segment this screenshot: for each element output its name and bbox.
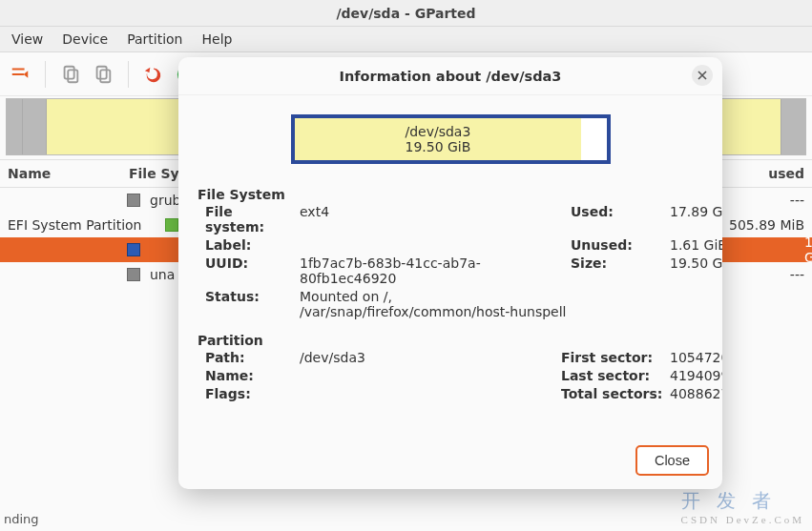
svg-rect-2 bbox=[97, 66, 107, 78]
copy-button[interactable] bbox=[56, 60, 85, 89]
partition-heading: Partition bbox=[198, 333, 703, 348]
fs-value: ext4 bbox=[300, 204, 567, 235]
total-sectors-value: 40886272 bbox=[670, 386, 722, 401]
size-value: 19.50 GiB bbox=[670, 255, 722, 286]
fs-color-icon bbox=[127, 194, 140, 207]
path-value: /dev/sda3 bbox=[300, 350, 557, 365]
window-title: /dev/sda - GParted bbox=[336, 6, 475, 21]
partition-grid: Path: /dev/sda3 First sector: 1054720 Na… bbox=[205, 350, 703, 401]
close-button[interactable]: Close bbox=[635, 445, 709, 476]
new-partition-button[interactable] bbox=[6, 60, 34, 89]
dialog-titlebar: Information about /dev/sda3 bbox=[178, 57, 722, 95]
fs-color-icon bbox=[165, 218, 178, 232]
disk-segment[interactable] bbox=[23, 99, 47, 154]
uuid-value: 1fb7ac7b-683b-41cc-ab7a-80fb1ec46920 bbox=[300, 255, 567, 286]
menubar: View Device Partition Help bbox=[0, 27, 812, 52]
col-unused[interactable]: used bbox=[709, 166, 804, 181]
undo-button[interactable] bbox=[139, 60, 168, 89]
last-sector-label: Last sector: bbox=[561, 368, 666, 383]
menu-device[interactable]: Device bbox=[54, 29, 115, 50]
label-value bbox=[300, 237, 567, 253]
dialog-buttonbar: Close bbox=[178, 436, 722, 489]
svg-rect-1 bbox=[68, 70, 77, 82]
window-titlebar: /dev/sda - GParted bbox=[0, 0, 812, 27]
watermark: 开 发 者 CSDN DevZe.CoM bbox=[681, 488, 804, 525]
toolbar-separator bbox=[128, 61, 129, 88]
first-sector-value: 1054720 bbox=[670, 350, 722, 365]
filesystem-grid: File system: ext4 Used: 17.89 GiB ( 92% … bbox=[205, 204, 703, 319]
disk-segment[interactable] bbox=[7, 99, 23, 154]
fs-color-icon bbox=[127, 243, 140, 256]
used-value: 17.89 GiB bbox=[670, 204, 722, 235]
menu-view[interactable]: View bbox=[4, 29, 51, 50]
row-name: EFI System Partition bbox=[8, 217, 156, 233]
row-unused: 505.89 MiB bbox=[709, 217, 804, 233]
svg-rect-0 bbox=[65, 66, 74, 78]
status-label: Status: bbox=[205, 289, 296, 319]
toolbar-separator bbox=[45, 61, 46, 88]
dialog-title: Information about /dev/sda3 bbox=[340, 69, 562, 84]
fs-label: File system: bbox=[205, 204, 296, 235]
menu-help[interactable]: Help bbox=[194, 29, 239, 50]
size-label: Size: bbox=[571, 255, 666, 286]
dialog-body: /dev/sda3 19.50 GiB File System File sys… bbox=[178, 95, 722, 436]
name-label: Name: bbox=[205, 368, 296, 383]
last-sector-value: 41940991 bbox=[670, 368, 722, 383]
fs-color-icon bbox=[127, 268, 140, 281]
paste-button[interactable] bbox=[89, 60, 117, 89]
partition-info-dialog: Information about /dev/sda3 /dev/sda3 19… bbox=[178, 57, 722, 489]
row-unused: --- bbox=[709, 267, 804, 282]
uuid-label: UUID: bbox=[205, 255, 296, 286]
flags-label: Flags: bbox=[205, 386, 296, 401]
usage-bar: /dev/sda3 19.50 GiB bbox=[291, 114, 611, 164]
menu-partition[interactable]: Partition bbox=[119, 29, 190, 50]
close-icon[interactable] bbox=[692, 65, 713, 86]
usage-size: 19.50 GiB bbox=[405, 139, 470, 154]
usage-free-segment bbox=[581, 118, 606, 160]
name-value bbox=[300, 368, 557, 383]
path-label: Path: bbox=[205, 350, 296, 365]
usage-used-segment: /dev/sda3 19.50 GiB bbox=[295, 118, 582, 160]
total-sectors-label: Total sectors: bbox=[561, 386, 666, 401]
unused-value: 1.61 GiB bbox=[670, 237, 722, 253]
svg-rect-3 bbox=[100, 70, 110, 82]
label-label: Label: bbox=[205, 237, 296, 253]
unused-label: Unused: bbox=[571, 237, 666, 253]
disk-segment[interactable] bbox=[781, 99, 805, 154]
first-sector-label: First sector: bbox=[561, 350, 666, 365]
filesystem-heading: File System bbox=[198, 187, 703, 202]
used-label: Used: bbox=[571, 204, 666, 235]
status-value: Mounted on /, /var/snap/firefox/common/h… bbox=[300, 289, 567, 319]
col-name[interactable]: Name bbox=[8, 166, 117, 181]
flags-value bbox=[300, 386, 557, 401]
usage-name: /dev/sda3 bbox=[405, 124, 470, 139]
